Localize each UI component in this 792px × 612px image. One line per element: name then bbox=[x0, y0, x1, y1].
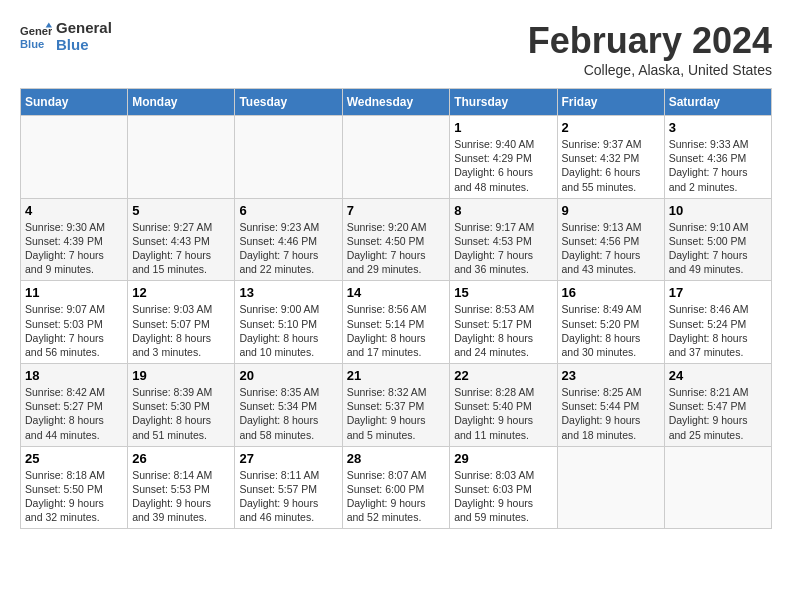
day-number: 26 bbox=[132, 451, 230, 466]
day-info: Sunrise: 9:30 AM Sunset: 4:39 PM Dayligh… bbox=[25, 220, 123, 277]
day-info: Sunrise: 9:23 AM Sunset: 4:46 PM Dayligh… bbox=[239, 220, 337, 277]
calendar-cell: 11Sunrise: 9:07 AM Sunset: 5:03 PM Dayli… bbox=[21, 281, 128, 364]
day-number: 23 bbox=[562, 368, 660, 383]
col-header-friday: Friday bbox=[557, 89, 664, 116]
day-info: Sunrise: 8:35 AM Sunset: 5:34 PM Dayligh… bbox=[239, 385, 337, 442]
col-header-tuesday: Tuesday bbox=[235, 89, 342, 116]
calendar-cell: 7Sunrise: 9:20 AM Sunset: 4:50 PM Daylig… bbox=[342, 198, 450, 281]
day-number: 4 bbox=[25, 203, 123, 218]
calendar-cell: 1Sunrise: 9:40 AM Sunset: 4:29 PM Daylig… bbox=[450, 116, 557, 199]
calendar-cell bbox=[664, 446, 771, 529]
day-info: Sunrise: 8:28 AM Sunset: 5:40 PM Dayligh… bbox=[454, 385, 552, 442]
title-block: February 2024 College, Alaska, United St… bbox=[528, 20, 772, 78]
day-number: 22 bbox=[454, 368, 552, 383]
calendar-cell: 14Sunrise: 8:56 AM Sunset: 5:14 PM Dayli… bbox=[342, 281, 450, 364]
col-header-saturday: Saturday bbox=[664, 89, 771, 116]
calendar-body: 1Sunrise: 9:40 AM Sunset: 4:29 PM Daylig… bbox=[21, 116, 772, 529]
calendar-cell: 19Sunrise: 8:39 AM Sunset: 5:30 PM Dayli… bbox=[128, 364, 235, 447]
day-info: Sunrise: 9:37 AM Sunset: 4:32 PM Dayligh… bbox=[562, 137, 660, 194]
calendar-cell: 13Sunrise: 9:00 AM Sunset: 5:10 PM Dayli… bbox=[235, 281, 342, 364]
day-number: 21 bbox=[347, 368, 446, 383]
calendar-cell: 9Sunrise: 9:13 AM Sunset: 4:56 PM Daylig… bbox=[557, 198, 664, 281]
day-number: 14 bbox=[347, 285, 446, 300]
logo-blue: Blue bbox=[56, 37, 112, 54]
week-row-3: 11Sunrise: 9:07 AM Sunset: 5:03 PM Dayli… bbox=[21, 281, 772, 364]
calendar-cell: 25Sunrise: 8:18 AM Sunset: 5:50 PM Dayli… bbox=[21, 446, 128, 529]
logo-icon: General Blue bbox=[20, 21, 52, 53]
week-row-5: 25Sunrise: 8:18 AM Sunset: 5:50 PM Dayli… bbox=[21, 446, 772, 529]
day-info: Sunrise: 9:20 AM Sunset: 4:50 PM Dayligh… bbox=[347, 220, 446, 277]
day-number: 28 bbox=[347, 451, 446, 466]
day-number: 5 bbox=[132, 203, 230, 218]
svg-text:Blue: Blue bbox=[20, 38, 44, 50]
day-info: Sunrise: 9:40 AM Sunset: 4:29 PM Dayligh… bbox=[454, 137, 552, 194]
page-title: February 2024 bbox=[528, 20, 772, 62]
day-info: Sunrise: 9:07 AM Sunset: 5:03 PM Dayligh… bbox=[25, 302, 123, 359]
day-number: 2 bbox=[562, 120, 660, 135]
day-info: Sunrise: 9:13 AM Sunset: 4:56 PM Dayligh… bbox=[562, 220, 660, 277]
day-info: Sunrise: 8:18 AM Sunset: 5:50 PM Dayligh… bbox=[25, 468, 123, 525]
day-info: Sunrise: 8:46 AM Sunset: 5:24 PM Dayligh… bbox=[669, 302, 767, 359]
day-number: 18 bbox=[25, 368, 123, 383]
day-number: 24 bbox=[669, 368, 767, 383]
day-info: Sunrise: 9:27 AM Sunset: 4:43 PM Dayligh… bbox=[132, 220, 230, 277]
week-row-2: 4Sunrise: 9:30 AM Sunset: 4:39 PM Daylig… bbox=[21, 198, 772, 281]
day-number: 25 bbox=[25, 451, 123, 466]
day-info: Sunrise: 8:49 AM Sunset: 5:20 PM Dayligh… bbox=[562, 302, 660, 359]
day-info: Sunrise: 9:17 AM Sunset: 4:53 PM Dayligh… bbox=[454, 220, 552, 277]
day-info: Sunrise: 8:21 AM Sunset: 5:47 PM Dayligh… bbox=[669, 385, 767, 442]
day-number: 29 bbox=[454, 451, 552, 466]
week-row-1: 1Sunrise: 9:40 AM Sunset: 4:29 PM Daylig… bbox=[21, 116, 772, 199]
day-number: 11 bbox=[25, 285, 123, 300]
calendar-cell bbox=[557, 446, 664, 529]
calendar-cell: 29Sunrise: 8:03 AM Sunset: 6:03 PM Dayli… bbox=[450, 446, 557, 529]
calendar-cell: 27Sunrise: 8:11 AM Sunset: 5:57 PM Dayli… bbox=[235, 446, 342, 529]
calendar-cell: 16Sunrise: 8:49 AM Sunset: 5:20 PM Dayli… bbox=[557, 281, 664, 364]
calendar-cell: 6Sunrise: 9:23 AM Sunset: 4:46 PM Daylig… bbox=[235, 198, 342, 281]
day-info: Sunrise: 9:10 AM Sunset: 5:00 PM Dayligh… bbox=[669, 220, 767, 277]
calendar-cell: 5Sunrise: 9:27 AM Sunset: 4:43 PM Daylig… bbox=[128, 198, 235, 281]
day-number: 16 bbox=[562, 285, 660, 300]
header: General Blue General Blue February 2024 … bbox=[20, 20, 772, 78]
calendar-cell: 15Sunrise: 8:53 AM Sunset: 5:17 PM Dayli… bbox=[450, 281, 557, 364]
calendar-cell: 20Sunrise: 8:35 AM Sunset: 5:34 PM Dayli… bbox=[235, 364, 342, 447]
day-info: Sunrise: 9:33 AM Sunset: 4:36 PM Dayligh… bbox=[669, 137, 767, 194]
calendar-cell: 28Sunrise: 8:07 AM Sunset: 6:00 PM Dayli… bbox=[342, 446, 450, 529]
day-info: Sunrise: 8:11 AM Sunset: 5:57 PM Dayligh… bbox=[239, 468, 337, 525]
page-subtitle: College, Alaska, United States bbox=[528, 62, 772, 78]
calendar-cell: 17Sunrise: 8:46 AM Sunset: 5:24 PM Dayli… bbox=[664, 281, 771, 364]
col-header-sunday: Sunday bbox=[21, 89, 128, 116]
day-number: 13 bbox=[239, 285, 337, 300]
day-number: 6 bbox=[239, 203, 337, 218]
col-header-thursday: Thursday bbox=[450, 89, 557, 116]
day-number: 9 bbox=[562, 203, 660, 218]
day-info: Sunrise: 9:03 AM Sunset: 5:07 PM Dayligh… bbox=[132, 302, 230, 359]
calendar-cell: 4Sunrise: 9:30 AM Sunset: 4:39 PM Daylig… bbox=[21, 198, 128, 281]
calendar-cell: 10Sunrise: 9:10 AM Sunset: 5:00 PM Dayli… bbox=[664, 198, 771, 281]
calendar-table: SundayMondayTuesdayWednesdayThursdayFrid… bbox=[20, 88, 772, 529]
calendar-cell: 21Sunrise: 8:32 AM Sunset: 5:37 PM Dayli… bbox=[342, 364, 450, 447]
day-number: 7 bbox=[347, 203, 446, 218]
calendar-cell bbox=[21, 116, 128, 199]
col-header-monday: Monday bbox=[128, 89, 235, 116]
calendar-cell: 3Sunrise: 9:33 AM Sunset: 4:36 PM Daylig… bbox=[664, 116, 771, 199]
day-number: 27 bbox=[239, 451, 337, 466]
calendar-cell bbox=[128, 116, 235, 199]
calendar-cell: 8Sunrise: 9:17 AM Sunset: 4:53 PM Daylig… bbox=[450, 198, 557, 281]
day-info: Sunrise: 8:14 AM Sunset: 5:53 PM Dayligh… bbox=[132, 468, 230, 525]
calendar-cell bbox=[342, 116, 450, 199]
day-number: 10 bbox=[669, 203, 767, 218]
day-number: 3 bbox=[669, 120, 767, 135]
col-header-wednesday: Wednesday bbox=[342, 89, 450, 116]
day-info: Sunrise: 8:39 AM Sunset: 5:30 PM Dayligh… bbox=[132, 385, 230, 442]
day-info: Sunrise: 8:07 AM Sunset: 6:00 PM Dayligh… bbox=[347, 468, 446, 525]
calendar-cell: 22Sunrise: 8:28 AM Sunset: 5:40 PM Dayli… bbox=[450, 364, 557, 447]
day-info: Sunrise: 8:42 AM Sunset: 5:27 PM Dayligh… bbox=[25, 385, 123, 442]
week-row-4: 18Sunrise: 8:42 AM Sunset: 5:27 PM Dayli… bbox=[21, 364, 772, 447]
calendar-cell bbox=[235, 116, 342, 199]
logo-general: General bbox=[56, 20, 112, 37]
calendar-cell: 2Sunrise: 9:37 AM Sunset: 4:32 PM Daylig… bbox=[557, 116, 664, 199]
day-info: Sunrise: 8:03 AM Sunset: 6:03 PM Dayligh… bbox=[454, 468, 552, 525]
day-info: Sunrise: 9:00 AM Sunset: 5:10 PM Dayligh… bbox=[239, 302, 337, 359]
calendar-cell: 26Sunrise: 8:14 AM Sunset: 5:53 PM Dayli… bbox=[128, 446, 235, 529]
